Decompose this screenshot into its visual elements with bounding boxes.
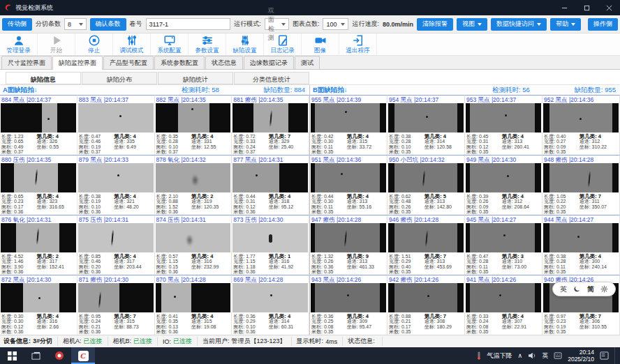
dark-mode-moon-icon[interactable] <box>573 285 581 293</box>
action-camera[interactable]: 图像 <box>302 33 339 55</box>
main-tab[interactable]: 测试 <box>295 56 320 69</box>
defect-stats: 长度: 0.42宽度: 0.30面积: 0.11米数: 0.35第几类: 4通道… <box>310 132 387 155</box>
defect-cell[interactable]: 871 擦伤 |20:14:30长度: 0.95宽度: 0.24面积: 0.21… <box>78 275 155 335</box>
defect-thumbnail <box>543 163 619 192</box>
defect-cell[interactable]: 950 小凹坑 |20:14:32长度: 0.62宽度: 0.48面积: 0.2… <box>388 155 465 215</box>
defect-thumbnail <box>232 223 308 252</box>
main-tab[interactable]: 边缘数据记录 <box>244 56 294 69</box>
defect-cell[interactable]: 953 黑点 |20:14:37长度: 0.45宽度: 0.31面积: 0.12… <box>465 95 542 155</box>
defect-cell[interactable]: 883 黑点 |20:14:37长度: 0.47宽度: 0.46面积: 0.19… <box>78 95 155 155</box>
defect-cell-header: 873 压伤 |20:14:30 <box>232 215 309 223</box>
defect-cell[interactable]: 880 压伤 |20:14:35长度: 0.65宽度: 0.23面积: 0.17… <box>0 155 78 215</box>
view-menu-button[interactable]: 视图 <box>457 18 487 31</box>
operator-side-button[interactable]: 操作侧 <box>588 18 618 31</box>
defect-thumbnail <box>388 103 464 132</box>
weather-status[interactable]: 气温下降 <box>487 351 512 361</box>
defect-cell[interactable]: 941 黑点 |20:14:26长度: 0.33宽度: 0.24面积: 0.08… <box>465 275 542 335</box>
action-debug-sliders[interactable]: 调试模式 <box>113 33 151 55</box>
show-desktop-button[interactable] <box>614 347 617 364</box>
defect-cell[interactable]: 955 黑点 |20:14:39长度: 0.42宽度: 0.30面积: 0.11… <box>310 95 388 155</box>
main-tab[interactable]: 缺陷监控界面 <box>52 56 103 70</box>
defect-cell[interactable]: 952 黑点 |20:14:36长度: 0.40宽度: 0.27面积: 0.09… <box>542 95 620 155</box>
defect-cell[interactable]: 875 压伤 |20:14:31长度: 0.85宽度: 0.46面积: 0.20… <box>78 215 155 275</box>
sub-tab[interactable]: 缺陷信息 <box>6 72 81 84</box>
panel-a-header: A面缺陷拍↓ 检测耗时: 58 缺陷数量: 884 <box>0 85 309 95</box>
defect-cell[interactable]: 954 黑点 |20:14:37长度: 0.38宽度: 0.28面积: 0.10… <box>388 95 465 155</box>
help-menu-button[interactable]: 帮助 <box>550 18 581 31</box>
keyboard-icon[interactable] <box>554 352 562 359</box>
main-tab[interactable]: 尺寸监控界面 <box>1 56 52 69</box>
defect-cell[interactable]: 873 压伤 |20:14:30长度: 1.77宽度: 1.15面积: 1.18… <box>232 215 309 275</box>
defect-cell-header: 953 黑点 |20:14:37 <box>465 96 542 103</box>
drive-side-button[interactable]: 传动侧 <box>2 18 32 31</box>
defect-cell[interactable]: 951 黑点 |20:14:36长度: 0.44宽度: 0.30面积: 0.11… <box>310 155 388 215</box>
panel-b-side: B面缺陷拍↓ 检测耗时: 56 缺陷数量: 955 955 黑点 |20:14:… <box>310 85 620 335</box>
status-segment: 相机B:已连接 <box>108 337 158 346</box>
taskbar-clock[interactable]: 20:142025/2/10 <box>568 349 594 363</box>
defect-cell[interactable]: 884 黑点 |20:14:37长度: 1.23宽度: 0.65面积: 0.49… <box>0 95 78 155</box>
slit-count-select[interactable]: 8 <box>64 18 87 30</box>
sub-tab[interactable]: 缺陷分布 <box>82 72 157 84</box>
action-params-sliders[interactable]: 参数设置 <box>189 33 226 55</box>
defect-cell[interactable]: 946 擦伤 |20:14:28长度: 1.51宽度: 0.29面积: 0.40… <box>388 215 465 275</box>
defect-stats: 长度: 0.38宽度: 0.28面积: 0.10米数: 0.35第几类: 4通道… <box>388 132 464 155</box>
action-log[interactable]: 日志记录 <box>264 33 302 55</box>
defect-stats: 长度: 0.30宽度: 0.30面积: 0.12米数: 0.36第几类: 4通道… <box>0 312 77 335</box>
action-stop[interactable]: 停止 <box>75 33 113 55</box>
defect-cell[interactable]: 944 黑点 |20:14:27长度: 0.38宽度: 0.28面积: 0.11… <box>542 215 620 275</box>
roll-number-input[interactable]: 3117-1 <box>146 18 231 30</box>
volume-icon[interactable] <box>528 352 536 359</box>
task-view-button[interactable] <box>24 347 47 364</box>
inspection-app-taskbar-icon[interactable]: C <box>71 347 95 364</box>
gear-icon[interactable] <box>600 285 608 293</box>
start-button[interactable] <box>0 347 24 364</box>
defect-cell[interactable]: 877 黑点 |20:14:31长度: 0.44宽度: 0.31面积: 0.12… <box>232 155 309 215</box>
defect-thumbnail <box>388 163 464 192</box>
maximize-icon[interactable] <box>575 0 598 15</box>
defect-cell[interactable]: 947 擦伤 |20:14:28长度: 1.32宽度: 0.26面积: 0.36… <box>310 215 388 275</box>
defect-cell[interactable]: 870 黑点 |20:14:28长度: 0.41宽度: 0.35面积: 0.13… <box>155 275 232 335</box>
action-exit[interactable]: 退出程序 <box>339 33 377 55</box>
defect-cell[interactable]: 881 擦伤 |20:14:35长度: 0.72宽度: 0.33面积: 0.24… <box>232 95 309 155</box>
minimize-icon[interactable] <box>553 0 575 15</box>
main-tab[interactable]: 状态信息 <box>205 56 243 69</box>
panel-b-title: B面缺陷拍↓ <box>313 86 348 95</box>
action-label: 停止 <box>88 47 100 55</box>
defect-cell[interactable]: 945 黑点 |20:14:27长度: 0.47宽度: 0.28面积: 0.11… <box>465 215 542 275</box>
sub-tab[interactable]: 缺陷统计 <box>158 72 233 84</box>
action-user[interactable]: 管理登录 <box>0 33 38 55</box>
chart-points-select[interactable]: 100 <box>323 18 348 30</box>
defect-cell[interactable]: 948 擦伤 |20:14:28长度: 1.05宽度: 0.22面积: 0.20… <box>542 155 620 215</box>
tray-expand-caret[interactable]: ∧ <box>518 352 523 359</box>
pinned-app-icon[interactable] <box>47 347 71 364</box>
defect-cell[interactable]: 882 黑点 |20:14:35长度: 0.35宽度: 0.28面积: 0.10… <box>155 95 232 155</box>
defect-cell[interactable]: 949 黑点 |20:14:30长度: 0.39宽度: 0.26面积: 0.09… <box>465 155 542 215</box>
defect-thumbnail <box>311 103 386 132</box>
data-quick-access-button[interactable]: 数据快捷访问 <box>491 18 547 31</box>
input-method-indicator[interactable]: 英 <box>542 351 548 361</box>
main-tab[interactable]: 产品型号配置 <box>103 56 154 69</box>
main-tab[interactable]: 系统参数配置 <box>154 56 205 69</box>
lang-english-button[interactable]: 英 <box>560 285 567 294</box>
defect-stats: 长度: 0.45宽度: 0.31面积: 0.12米数: 0.35第几类: 4通道… <box>465 132 542 155</box>
defect-cell[interactable]: 876 氧化 |20:14:31长度: 4.52宽度: 1.46面积: 3.90… <box>0 215 78 275</box>
notification-center-icon[interactable] <box>600 351 609 360</box>
defect-cell[interactable]: 874 压伤 |20:14:31长度: 0.57宽度: 1.15面积: 0.15… <box>155 215 232 275</box>
defect-stats: 长度: 0.44宽度: 0.31面积: 0.12米数: 0.36第几类: 4通道… <box>232 192 309 215</box>
confirm-count-button[interactable]: 确认条数 <box>90 18 126 31</box>
action-play[interactable]: 开始 <box>38 33 75 55</box>
defect-cell[interactable]: 942 擦伤 |20:14:26长度: 0.88宽度: 0.21面积: 0.17… <box>388 275 465 335</box>
defect-thumbnail <box>156 283 231 312</box>
defect-cell[interactable]: 879 黑点 |20:14:33长度: 0.38宽度: 0.19面积: 0.10… <box>78 155 155 215</box>
lang-simplified-button[interactable]: 简 <box>587 285 594 294</box>
close-icon[interactable] <box>598 0 620 15</box>
defect-cell[interactable]: 872 黑点 |20:14:30长度: 0.30宽度: 0.30面积: 0.12… <box>0 275 78 335</box>
defect-cell[interactable]: 869 黑点 |20:14:28长度: 0.36宽度: 0.29面积: 0.10… <box>232 275 309 335</box>
defect-cell[interactable]: 943 黑点 |20:14:26长度: 0.36宽度: 0.25面积: 0.08… <box>310 275 388 335</box>
sub-tab[interactable]: 分类信息统计 <box>234 72 309 84</box>
action-monitor[interactable]: 系统配置 <box>151 33 189 55</box>
defect-cell[interactable]: 878 氧化 |20:14:32长度: 2.10宽度: 0.88面积: 1.52… <box>155 155 232 215</box>
clear-alarm-button[interactable]: 清除报警 <box>417 18 453 31</box>
action-defect-sliders[interactable]: 缺陷设置 <box>226 33 264 55</box>
run-mode-select[interactable]: 双面检测 <box>265 18 289 30</box>
